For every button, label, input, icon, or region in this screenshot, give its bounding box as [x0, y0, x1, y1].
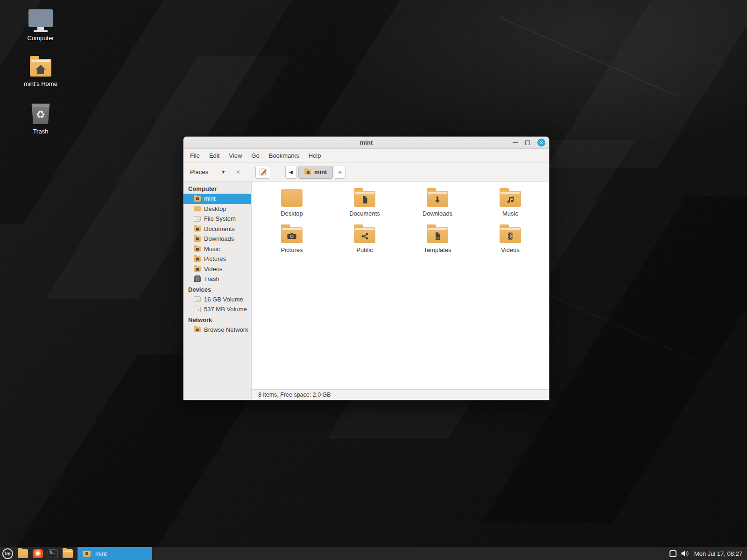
folder-music[interactable]: Music [474, 188, 547, 224]
folder-videos[interactable]: Videos [474, 224, 547, 261]
share-icon [354, 229, 375, 243]
downloads-folder-icon [194, 236, 201, 242]
sidebar-item-music[interactable]: Music [183, 244, 251, 254]
menu-view[interactable]: View [224, 150, 247, 161]
sidebar-item-downloads[interactable]: Downloads [183, 234, 251, 244]
folder-label: Pictures [281, 246, 303, 253]
trash-icon [194, 276, 201, 282]
title-bar[interactable]: mint ✕ [183, 137, 549, 149]
document-icon [354, 193, 375, 207]
terminal-launcher-icon[interactable]: $_ [48, 549, 58, 558]
firefox-launcher-icon[interactable] [33, 549, 43, 558]
sidebar-item-label: Desktop [204, 205, 226, 212]
camera-icon [281, 229, 303, 243]
videos-folder-icon [194, 266, 201, 272]
music-note-icon [500, 193, 521, 207]
network-folder-icon [194, 327, 201, 332]
menu-file[interactable]: File [185, 150, 204, 161]
close-button[interactable]: ✕ [537, 139, 545, 147]
sidebar-item-label: Music [204, 245, 220, 252]
house-glyph [30, 62, 51, 77]
menu-bar: File Edit View Go Bookmarks Help [183, 149, 549, 163]
file-manager-window: mint ✕ File Edit View Go Bookmarks Help … [183, 136, 550, 400]
maximize-button[interactable] [525, 140, 530, 145]
folder-documents[interactable]: Documents [328, 188, 401, 224]
back-button[interactable]: ◀ [285, 166, 296, 179]
folder-pictures[interactable]: Pictures [255, 224, 328, 261]
sidebar-item-desktop[interactable]: Desktop [183, 204, 251, 214]
sidebar-item-pictures[interactable]: Pictures [183, 254, 251, 264]
terminal-glyph: $_ [49, 550, 55, 555]
sidebar-item-label: Downloads [204, 235, 234, 242]
sidebar-item-label: Pictures [204, 255, 226, 262]
trash-icon: ♻ [31, 104, 50, 124]
film-strip-icon [500, 229, 521, 243]
status-bar: 8 items, Free space: 2.0 GB [252, 389, 549, 400]
sidebar-item-mint[interactable]: mint [183, 194, 251, 204]
folder-icon [354, 227, 375, 243]
clock[interactable]: Mon Jul 17, 08:27 [694, 550, 742, 557]
sidebar-item-documents[interactable]: Documents [183, 224, 251, 234]
documents-folder-icon [194, 226, 201, 231]
desktop-icon-computer[interactable]: Computer [15, 9, 66, 42]
sidebar-item-537mb-volume[interactable]: 537 MB Volume [183, 304, 251, 315]
menu-go[interactable]: Go [247, 150, 264, 161]
places-dropdown[interactable]: Places [190, 168, 208, 175]
sidebar-item-label: Documents [204, 225, 235, 232]
sidebar-item-browse-network[interactable]: Browse Network [183, 325, 251, 335]
edit-path-button[interactable] [255, 166, 270, 179]
volume-icon[interactable] [681, 550, 690, 557]
sidebar-item-file-system[interactable]: File System [183, 214, 251, 224]
sidebar-item-label: mint [204, 195, 216, 202]
template-document-icon [427, 229, 448, 243]
mint-menu-button[interactable]: lm [2, 548, 13, 559]
edit-path-icon [259, 168, 267, 176]
folder-templates[interactable]: Templates [401, 224, 474, 261]
breadcrumb-label: mint [314, 168, 327, 175]
sidebar-item-label: 16 GB Volume [204, 296, 243, 303]
taskbar-window-button-mint[interactable]: mint [78, 547, 152, 560]
system-tray: Mon Jul 17, 08:27 [669, 550, 747, 557]
forward-arrow-icon: ▶ [339, 169, 343, 175]
show-desktop-button[interactable] [18, 549, 28, 558]
file-grid: Desktop Documents [252, 182, 549, 389]
status-text: 8 items, Free space: 2.0 GB [258, 392, 331, 398]
volume-drive-icon [194, 307, 201, 312]
files-launcher-icon[interactable] [63, 549, 73, 558]
window-title: mint [183, 139, 549, 146]
sidebar-item-videos[interactable]: Videos [183, 264, 251, 274]
folder-icon [281, 189, 303, 207]
forward-button[interactable]: ▶ [335, 166, 346, 179]
taskbar: lm $_ mint Mon Jul 17, 08:27 [0, 547, 747, 560]
breadcrumb-mint-button[interactable]: mint [298, 166, 333, 179]
chevron-down-icon[interactable]: ▼ [221, 170, 226, 175]
close-sidebar-icon[interactable]: ✕ [236, 169, 240, 175]
folder-desktop[interactable]: Desktop [255, 188, 328, 224]
task-button-label: mint [95, 550, 107, 557]
notifications-icon[interactable] [669, 550, 677, 557]
menu-edit[interactable]: Edit [204, 150, 224, 161]
folder-icon [427, 191, 448, 207]
desktop-icon-home[interactable]: mint's Home [15, 56, 66, 87]
folder-icon [83, 551, 91, 557]
recycle-glyph: ♻ [36, 110, 45, 120]
mint-logo-icon: lm [5, 551, 11, 556]
sidebar-section-network: Network [183, 315, 251, 325]
folder-label: Music [502, 210, 518, 217]
desktop-icon-trash[interactable]: ♻ Trash [15, 103, 66, 135]
folder-label: Videos [501, 246, 520, 253]
minimize-button[interactable] [513, 142, 518, 143]
folder-public[interactable]: Public [328, 224, 401, 261]
sidebar-item-16gb-volume[interactable]: 16 GB Volume [183, 294, 251, 305]
sidebar-item-label: Videos [204, 266, 223, 273]
folder-label: Desktop [281, 210, 303, 217]
computer-icon [28, 9, 53, 27]
sidebar-item-trash[interactable]: Trash [183, 274, 251, 284]
sidebar-section-devices: Devices [183, 284, 251, 294]
menu-bookmarks[interactable]: Bookmarks [264, 150, 304, 161]
menu-help[interactable]: Help [304, 150, 326, 161]
drive-icon [194, 216, 201, 222]
folder-downloads[interactable]: Downloads [401, 188, 474, 224]
folder-icon [500, 191, 521, 207]
toolbar: Places ▼ ✕ ◀ mint ▶ [183, 163, 549, 182]
